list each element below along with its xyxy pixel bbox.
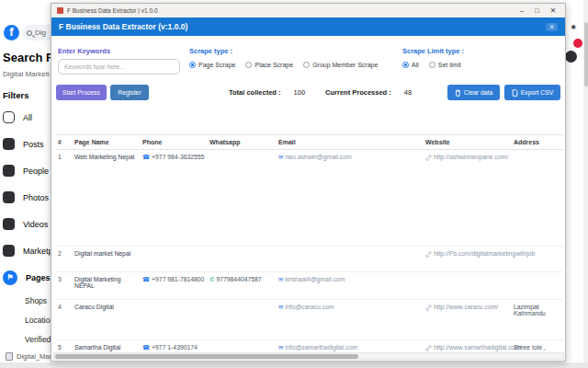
column-header: Website [424, 135, 512, 150]
cell-whatsapp [208, 340, 277, 352]
messenger-icon[interactable] [565, 51, 577, 63]
cell-email[interactable]: ✉info@caracu.com [277, 300, 424, 340]
email-icon: ✉ [278, 344, 283, 351]
cell-website[interactable]: http://ashwinneupane.com/ [424, 150, 512, 247]
email-icon: ✉ [278, 154, 283, 160]
notification-badge [573, 39, 582, 48]
cell-row-number: 1 [56, 150, 73, 247]
radio-label: Place Scrape [254, 62, 293, 68]
cell-website[interactable]: http://www.caracu.com/ [424, 300, 512, 340]
radio-option-page-scrape[interactable]: Page Scrape [189, 62, 235, 68]
results-table-container: #Page NamePhoneWhatsappEmailWebsiteAddre… [56, 134, 563, 351]
column-header: Email [277, 135, 424, 150]
website-url[interactable]: http://www.samarthadigital.com/ [434, 344, 522, 351]
website-url[interactable]: http://ashwinneupane.com/ [434, 154, 508, 160]
cell-email[interactable]: ✉krishaal4@gmail.com [277, 272, 424, 300]
cell-website[interactable] [424, 272, 512, 300]
scrape-type-label: Scrape type : [189, 47, 232, 55]
sidebar-item-label: Shops [25, 296, 47, 305]
sidebar-item-label: Verified [25, 335, 51, 344]
menu-star-icon: ✶ [570, 22, 577, 32]
cell-page-name: Samartha Digital [73, 340, 141, 352]
total-collected-value: 100 [294, 88, 306, 97]
table-row: 5Samartha Digital☎+977 1-4390174✉info@sa… [56, 340, 563, 352]
results-table: #Page NamePhoneWhatsappEmailWebsiteAddre… [56, 134, 563, 351]
cell-row-number: 3 [56, 272, 73, 300]
scrape-limit-label: Scrape Limit type : [402, 47, 464, 55]
cell-whatsapp: ✆9779844047587 [208, 272, 277, 300]
radio-option-set-limit[interactable]: Set limit [429, 62, 461, 68]
radio-label: Page Scrape [198, 62, 235, 68]
radio-option-all[interactable]: All [402, 62, 419, 68]
posts-icon [3, 138, 15, 150]
website-url[interactable]: http://Fb.com/digitalmarketingwithjob [434, 250, 535, 257]
column-header: Whatsapp [208, 135, 277, 150]
table-row: 3Digital Marketing NEPAL☎+977 981-781480… [56, 272, 563, 300]
cell-email[interactable]: ✉info@samarthadigital.com [277, 340, 424, 352]
keywords-input[interactable] [58, 59, 180, 75]
clear-data-button[interactable]: Clear data [447, 85, 500, 100]
scrollbar-thumb[interactable] [584, 22, 588, 86]
header-close-icon[interactable]: ✕ [546, 23, 558, 31]
grid-icon [3, 111, 15, 123]
people-icon [3, 165, 15, 177]
horizontal-scrollbar-thumb[interactable] [55, 354, 358, 359]
start-process-button[interactable]: Start Process [56, 85, 107, 100]
cell-website[interactable]: http://Fb.com/digitalmarketingwithjob [424, 247, 512, 272]
facebook-result-item[interactable]: Digital_Mark [6, 352, 55, 361]
register-button[interactable]: Register [110, 85, 149, 100]
minimize-button[interactable]: – [520, 6, 524, 15]
table-row: 4Caracu Digital✉info@caracu.comhttp://ww… [56, 300, 563, 340]
whatsapp-icon: ✆ [209, 276, 214, 282]
maximize-button[interactable]: □ [535, 6, 539, 15]
cell-address [512, 272, 563, 300]
link-icon [425, 305, 432, 311]
column-header: Page Name [73, 135, 141, 150]
window-title: F Business Data Extractor | v1.0.0 [67, 7, 516, 14]
bottom-edge [0, 362, 588, 368]
current-processed-value: 48 [404, 88, 412, 97]
column-header: Address [512, 135, 563, 150]
cell-website[interactable]: http://www.samarthadigital.com/ [424, 340, 512, 352]
cell-address: Shree tole , Basundhara Kathmandu [512, 340, 563, 352]
radio-circle[interactable] [245, 62, 252, 68]
cell-page-name: Digital Marketing NEPAL [73, 272, 141, 300]
filters-heading: Filters [3, 90, 29, 100]
phone-icon: ☎ [142, 276, 150, 282]
current-processed-label: Current Processed : [325, 88, 391, 97]
website-url[interactable]: http://www.caracu.com/ [434, 304, 498, 310]
radio-label: Set limit [438, 62, 461, 68]
column-header: Phone [141, 135, 208, 150]
radio-circle[interactable] [402, 62, 409, 68]
radio-circle[interactable] [189, 62, 196, 68]
radio-label: Group Member Scrape [312, 62, 378, 68]
sidebar-item-label: People [23, 167, 49, 176]
radio-option-group-member-scrape[interactable]: Group Member Scrape [303, 62, 378, 68]
phone-icon: ☎ [142, 154, 150, 160]
marketplace-icon [3, 245, 15, 257]
app-header-title: F Business Data Extractor (v:1.0.0) [59, 22, 546, 31]
scrape-type-options: Page ScrapePlace ScrapeGroup Member Scra… [189, 62, 378, 68]
radio-circle[interactable] [429, 62, 435, 68]
cell-email[interactable] [277, 247, 424, 272]
horizontal-scrollbar[interactable] [53, 352, 564, 360]
radio-circle[interactable] [303, 62, 310, 68]
radio-label: All [412, 62, 419, 68]
total-collected-label: Total collected : [229, 88, 281, 97]
export-csv-button[interactable]: Export CSV [504, 85, 560, 100]
link-icon [425, 155, 432, 161]
app-icon [57, 7, 63, 14]
email-icon: ✉ [278, 276, 283, 282]
browser-scrollbar[interactable] [583, 0, 588, 368]
keywords-label: Enter Keywords [58, 47, 110, 55]
search-query-text: Digital Marketi [3, 70, 58, 78]
search-icon [27, 30, 32, 36]
cell-page-name: Caracu Digital [73, 300, 141, 340]
trash-icon [455, 89, 461, 97]
close-button[interactable]: ✕ [550, 6, 556, 15]
radio-option-place-scrape[interactable]: Place Scrape [245, 62, 293, 68]
facebook-logo[interactable]: f [4, 25, 19, 40]
cell-email[interactable]: ✉neu.ashwin@gmail.com [277, 150, 424, 247]
link-icon [425, 251, 432, 258]
screen: f Dig Search Re Digital Marketi Filters … [0, 0, 588, 368]
